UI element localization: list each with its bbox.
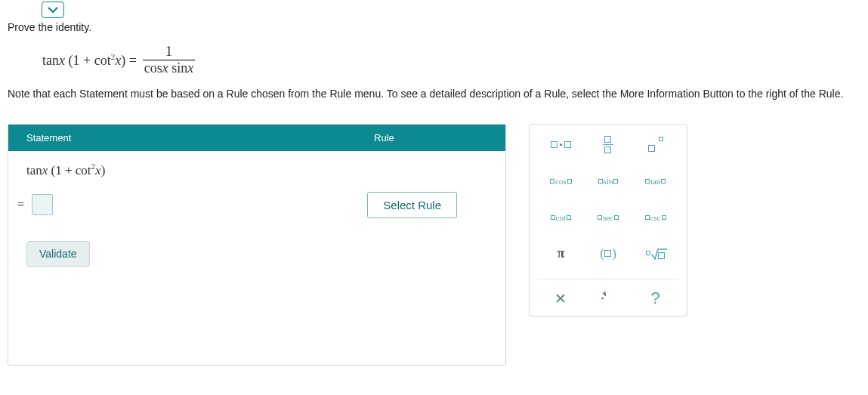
parentheses-button[interactable]: () xyxy=(590,242,626,265)
fraction-denominator: cosx sinx xyxy=(143,60,196,76)
validate-button[interactable]: Validate xyxy=(26,241,90,267)
equation-rhs-fraction: 1 cosx sinx xyxy=(143,44,196,76)
header-rule: Rule xyxy=(356,125,505,151)
fraction-numerator: 1 xyxy=(164,44,174,60)
prompt-title: Prove the identity. xyxy=(8,21,860,33)
tan-button[interactable]: tan xyxy=(638,170,674,193)
pi-button[interactable]: π xyxy=(542,242,579,265)
cot-button[interactable]: cot xyxy=(542,206,579,229)
question-prompt: Prove the identity. tanx (1 + cot2x) = 1… xyxy=(0,18,868,101)
expression-input[interactable] xyxy=(32,194,53,215)
collapse-chevron[interactable] xyxy=(42,2,64,18)
sec-button[interactable]: sec xyxy=(590,206,626,229)
help-button[interactable]: ? xyxy=(640,287,672,310)
power-template-button[interactable] xyxy=(638,134,674,156)
given-expression: tanx (1 + cot2x) xyxy=(8,151,505,192)
proof-header: Statement Rule xyxy=(8,125,505,151)
equals-sign: = xyxy=(17,198,24,211)
identity-equation: tanx (1 + cot2x) = 1 cosx sinx xyxy=(42,44,860,76)
sin-button[interactable]: sin xyxy=(590,170,626,193)
cos-button[interactable]: cos xyxy=(542,170,579,193)
multiply-template-button[interactable] xyxy=(542,134,579,156)
clear-button[interactable] xyxy=(545,287,576,310)
equation-lhs: tanx (1 + cot2x) = xyxy=(42,52,137,69)
nth-root-button[interactable] xyxy=(638,242,674,265)
header-statement: Statement xyxy=(8,125,356,151)
select-rule-button[interactable]: Select Rule xyxy=(367,192,457,218)
symbol-palette: cos sin tan cot sec csc π xyxy=(529,124,687,316)
step-row: = Select Rule xyxy=(8,192,505,233)
proof-panel: Statement Rule tanx (1 + cot2x) = Select… xyxy=(8,124,506,366)
instruction-note: Note that each Statement must be based o… xyxy=(8,87,860,101)
fraction-template-button[interactable] xyxy=(590,134,626,156)
csc-button[interactable]: csc xyxy=(638,206,674,229)
undo-button[interactable] xyxy=(592,287,624,310)
